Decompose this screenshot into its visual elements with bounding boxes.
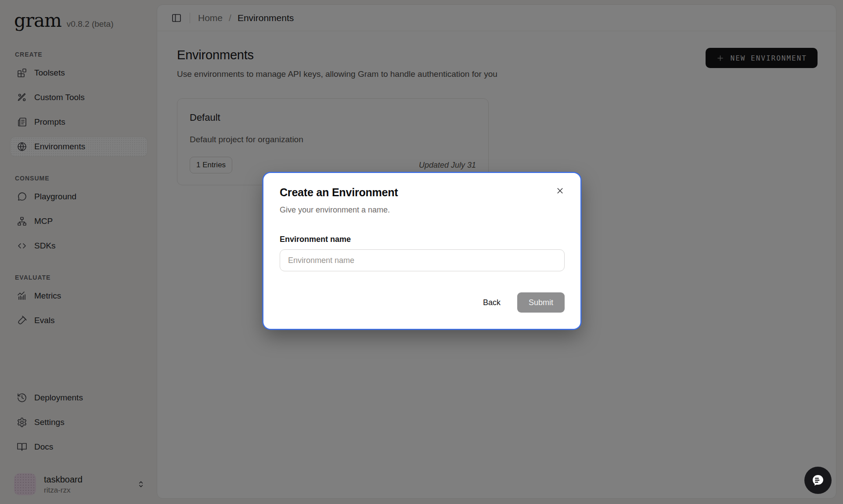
close-icon[interactable]: [554, 184, 566, 197]
modal-title: Create an Environment: [280, 186, 565, 199]
modal-footer: Back Submit: [280, 292, 565, 313]
submit-button[interactable]: Submit: [517, 292, 565, 313]
chat-help-icon: [810, 472, 826, 488]
modal-subtitle: Give your environment a name.: [280, 205, 565, 215]
chat-help-button[interactable]: [804, 467, 832, 494]
back-button[interactable]: Back: [483, 298, 501, 307]
create-environment-modal: Create an Environment Give your environm…: [263, 173, 580, 329]
environment-name-label: Environment name: [280, 235, 565, 244]
environment-name-input[interactable]: [280, 249, 565, 271]
